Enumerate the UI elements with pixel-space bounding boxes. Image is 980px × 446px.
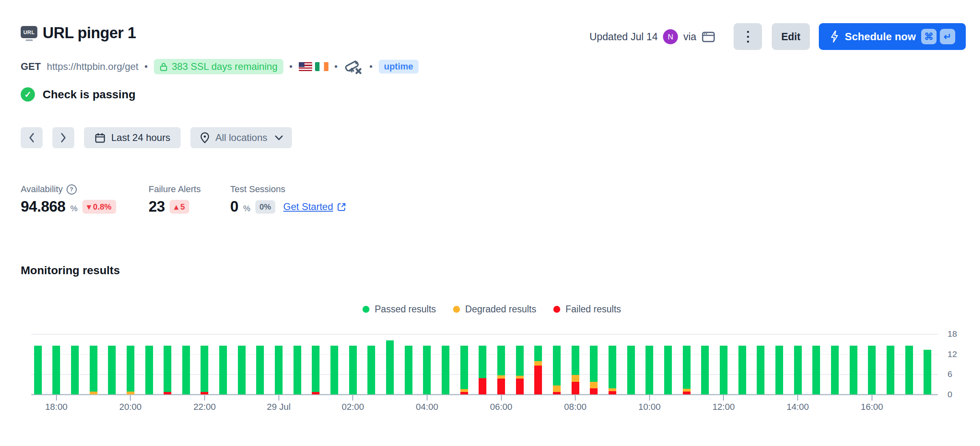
chart-bar-degraded[interactable] <box>590 382 598 389</box>
chart-bar-passed[interactable] <box>71 346 79 395</box>
x-axis-label: 12:00 <box>695 402 752 412</box>
x-axis-label: 02:00 <box>324 402 381 412</box>
chart-bar-passed[interactable] <box>330 346 338 395</box>
x-axis-tick <box>204 395 205 401</box>
chart-bar-failed[interactable] <box>553 392 561 394</box>
chart-bar-degraded[interactable] <box>553 385 561 392</box>
x-axis-tick <box>56 395 57 401</box>
chart-bar-failed[interactable] <box>312 392 319 394</box>
x-axis-label: 29 Jul <box>250 402 307 412</box>
chart-bar-passed[interactable] <box>553 346 561 385</box>
chart-bar-passed[interactable] <box>720 346 727 395</box>
chart-bar-degraded[interactable] <box>572 375 579 382</box>
chart-bar-passed[interactable] <box>812 346 820 395</box>
chart-bar-passed[interactable] <box>386 340 394 394</box>
chart-bar-passed[interactable] <box>145 346 153 395</box>
chart-bar-failed[interactable] <box>534 366 542 394</box>
x-axis-label: 22:00 <box>176 402 233 412</box>
chart-bar-failed[interactable] <box>460 392 468 394</box>
x-axis-label: 16:00 <box>844 402 900 412</box>
chart-bar-degraded[interactable] <box>516 376 524 379</box>
chart-bar-failed[interactable] <box>164 392 171 394</box>
x-axis-label: 10:00 <box>621 402 678 412</box>
x-axis-tick <box>427 395 427 401</box>
chart-bar-passed[interactable] <box>367 346 375 395</box>
chart-bar-failed[interactable] <box>479 378 486 394</box>
chart-bar-failed[interactable] <box>497 379 505 394</box>
chart-bar-passed[interactable] <box>460 346 468 389</box>
chart-bar-passed[interactable] <box>294 346 301 395</box>
chart-bar-passed[interactable] <box>905 346 913 395</box>
chart-bar-passed[interactable] <box>34 346 42 395</box>
chart-bar-passed[interactable] <box>701 346 709 395</box>
chart-bar-passed[interactable] <box>442 346 449 395</box>
chart-bar-passed[interactable] <box>349 346 357 395</box>
x-axis-tick <box>723 395 724 401</box>
x-axis-label: 04:00 <box>399 402 455 412</box>
chart-bar-passed[interactable] <box>182 346 190 395</box>
x-axis-label: 20:00 <box>102 402 159 412</box>
chart-bar-degraded[interactable] <box>90 392 97 394</box>
chart-bar-passed[interactable] <box>164 346 171 392</box>
chart-bar-failed[interactable] <box>683 392 691 394</box>
x-axis-tick <box>501 395 502 401</box>
chart-bar-degraded[interactable] <box>683 389 691 392</box>
check-detail-page: URL URL pinger 1 Updated Jul 14 N via Ed… <box>0 0 980 446</box>
chart-bar-passed[interactable] <box>108 346 116 395</box>
chart-bar-passed[interactable] <box>405 346 412 395</box>
y-axis-label: 12 <box>948 349 957 359</box>
x-axis-tick <box>575 395 576 401</box>
chart-bar-degraded[interactable] <box>609 388 616 391</box>
chart-bar-passed[interactable] <box>868 346 876 395</box>
chart-bar-passed[interactable] <box>738 346 746 395</box>
chart-bar-failed[interactable] <box>590 388 598 394</box>
x-axis-tick <box>278 395 279 401</box>
chart-bar-passed[interactable] <box>90 346 97 392</box>
chart-bar-passed[interactable] <box>664 346 672 395</box>
chart-bar-passed[interactable] <box>256 346 264 395</box>
chart-bar-passed[interactable] <box>516 346 524 376</box>
chart-bar-passed[interactable] <box>775 346 783 395</box>
x-axis-tick <box>130 395 131 401</box>
chart-bar-degraded[interactable] <box>497 375 505 379</box>
chart-bar-passed[interactable] <box>831 346 839 395</box>
chart-bar-passed[interactable] <box>887 346 894 395</box>
chart-bar-failed[interactable] <box>572 382 579 394</box>
x-axis-label: 18:00 <box>28 402 85 412</box>
x-axis-label: 08:00 <box>547 402 604 412</box>
y-axis-label: 0 <box>948 390 952 399</box>
chart-bar-passed[interactable] <box>645 346 653 395</box>
chart-bar-passed[interactable] <box>627 346 635 395</box>
chart-bar-passed[interactable] <box>201 346 208 392</box>
chart-bar-degraded[interactable] <box>534 361 542 366</box>
chart-bar-passed[interactable] <box>423 346 431 395</box>
chart-bar-passed[interactable] <box>572 346 579 375</box>
x-axis-tick <box>352 395 353 401</box>
chart-bar-passed[interactable] <box>534 346 542 362</box>
x-axis-tick <box>872 395 872 401</box>
chart-bar-degraded[interactable] <box>127 392 134 394</box>
chart-bar-passed[interactable] <box>275 346 283 395</box>
chart-gridline <box>31 334 938 335</box>
x-axis-label: 14:00 <box>769 402 826 412</box>
chart-bar-degraded[interactable] <box>460 389 468 392</box>
y-axis-label: 18 <box>948 329 957 339</box>
chart-bar-passed[interactable] <box>127 346 134 392</box>
chart-bar-passed[interactable] <box>924 350 931 394</box>
chart-bar-passed[interactable] <box>609 346 616 389</box>
chart-bar-failed[interactable] <box>609 391 616 394</box>
chart-bar-passed[interactable] <box>479 346 486 379</box>
chart-bar-failed[interactable] <box>516 379 524 394</box>
chart-bar-passed[interactable] <box>590 346 598 382</box>
chart-bar-passed[interactable] <box>312 346 319 392</box>
monitoring-chart: 06121818:0020:0022:0029 Jul02:0004:0006:… <box>0 0 980 446</box>
chart-bar-passed[interactable] <box>219 346 227 395</box>
chart-bar-passed[interactable] <box>238 346 246 395</box>
chart-bar-passed[interactable] <box>757 346 764 395</box>
chart-bar-failed[interactable] <box>201 392 208 394</box>
chart-bar-passed[interactable] <box>497 346 505 375</box>
chart-bar-passed[interactable] <box>683 346 691 389</box>
chart-bar-passed[interactable] <box>52 346 60 395</box>
chart-bar-passed[interactable] <box>850 346 857 395</box>
chart-bar-passed[interactable] <box>794 346 802 395</box>
